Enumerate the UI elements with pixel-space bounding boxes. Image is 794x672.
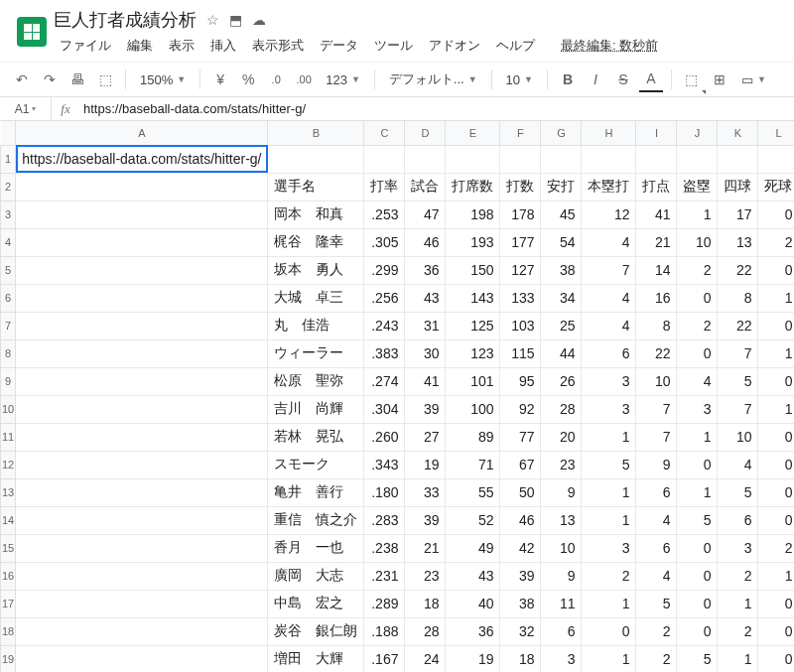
cell[interactable]: 27 [405,423,446,451]
increase-decimal-button[interactable]: .00 [292,67,316,92]
col-header-J[interactable]: J [677,121,718,145]
cell[interactable]: 10 [677,228,718,256]
cell[interactable]: 1 [582,590,636,617]
cell[interactable]: 12 [582,201,636,228]
row-header-15[interactable]: 15 [1,534,16,562]
cell[interactable]: 松原 聖弥 [268,367,364,395]
cell[interactable]: 0 [758,478,794,506]
cell[interactable] [446,145,500,173]
cell[interactable] [16,590,268,617]
cell[interactable] [16,367,268,395]
row-header-10[interactable]: 10 [1,395,16,423]
cell[interactable]: 4 [636,562,677,590]
cell[interactable]: 0 [758,367,794,395]
cell[interactable]: 0 [677,562,718,590]
cell[interactable]: 2 [582,562,636,590]
cell[interactable]: 32 [500,617,541,645]
cell[interactable]: .243 [364,312,405,339]
cell[interactable]: 39 [405,395,446,423]
col-header-F[interactable]: F [500,121,541,145]
cell[interactable]: 127 [500,256,541,284]
cell[interactable]: 46 [500,506,541,534]
cell[interactable]: 2 [758,534,794,562]
cell[interactable]: 198 [446,201,500,228]
cell[interactable] [541,145,582,173]
cell[interactable]: 9 [541,562,582,590]
cell[interactable]: 丸 佳浩 [268,312,364,339]
cell[interactable]: 1 [582,478,636,506]
star-icon[interactable]: ☆ [206,12,219,28]
cell[interactable]: 1 [758,395,794,423]
row-header-5[interactable]: 5 [1,256,16,284]
cell[interactable]: 143 [446,284,500,312]
row-header-1[interactable]: 1 [1,145,16,173]
cell[interactable]: 0 [677,617,718,645]
row-header-9[interactable]: 9 [1,367,16,395]
cell[interactable]: 試合 [405,173,446,201]
cell[interactable]: 28 [541,395,582,423]
cell[interactable]: 22 [718,256,758,284]
cell[interactable]: 7 [582,256,636,284]
cell[interactable]: 26 [541,367,582,395]
cell[interactable]: 55 [446,478,500,506]
cell[interactable]: 89 [446,423,500,451]
cell[interactable] [268,145,364,173]
cell[interactable]: 77 [500,423,541,451]
cell[interactable]: 8 [718,284,758,312]
row-header-13[interactable]: 13 [1,478,16,506]
cell[interactable]: 1 [758,339,794,367]
cell[interactable]: 43 [405,284,446,312]
cell[interactable]: 打率 [364,173,405,201]
cell[interactable]: 133 [500,284,541,312]
cell[interactable]: 21 [405,534,446,562]
cell[interactable]: 0 [677,534,718,562]
cell[interactable]: 5 [718,478,758,506]
cell[interactable]: 1 [758,562,794,590]
cell[interactable]: 39 [500,562,541,590]
cell[interactable]: 5 [718,367,758,395]
row-header-11[interactable]: 11 [1,423,16,451]
col-header-K[interactable]: K [718,121,758,145]
cell[interactable]: 115 [500,339,541,367]
cell[interactable] [16,339,268,367]
cell[interactable]: 亀井 善行 [268,478,364,506]
cell[interactable]: .305 [364,228,405,256]
cell[interactable]: 4 [677,367,718,395]
cell[interactable]: 3 [718,534,758,562]
cell[interactable]: 梶谷 隆幸 [268,228,364,256]
cell[interactable]: 67 [500,451,541,478]
number-format-dropdown[interactable]: 123▼ [320,67,366,92]
cell[interactable] [500,145,541,173]
cell[interactable]: 50 [500,478,541,506]
cell[interactable]: 39 [405,506,446,534]
cell[interactable]: 0 [758,645,794,672]
cell[interactable]: 2 [758,228,794,256]
cell[interactable]: 45 [541,201,582,228]
cell[interactable]: 0 [677,451,718,478]
cell[interactable]: 7 [636,395,677,423]
cell[interactable]: 1 [677,478,718,506]
cell[interactable] [405,145,446,173]
cell[interactable]: 重信 慎之介 [268,506,364,534]
cell[interactable]: 1 [582,423,636,451]
col-header-E[interactable]: E [446,121,500,145]
cell[interactable]: 52 [446,506,500,534]
cell[interactable] [718,145,758,173]
cell[interactable]: 1 [677,423,718,451]
cell[interactable]: 2 [677,256,718,284]
cell[interactable]: 92 [500,395,541,423]
cell[interactable]: 100 [446,395,500,423]
menu-ファイル[interactable]: ファイル [54,34,117,58]
cell[interactable]: 17 [718,201,758,228]
col-header-I[interactable]: I [636,121,677,145]
cell[interactable]: 103 [500,312,541,339]
cell[interactable]: 2 [636,617,677,645]
cell[interactable]: 5 [677,506,718,534]
cell[interactable] [16,617,268,645]
cell[interactable]: .383 [364,339,405,367]
cell[interactable]: 30 [405,339,446,367]
cell[interactable]: 0 [758,617,794,645]
cell[interactable]: 22 [636,339,677,367]
cell[interactable]: 1 [758,284,794,312]
row-header-12[interactable]: 12 [1,451,16,478]
